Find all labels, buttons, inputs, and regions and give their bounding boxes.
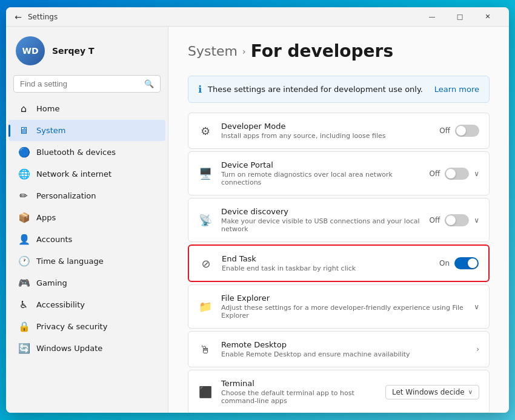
avatar: WD	[16, 36, 45, 65]
breadcrumb-arrow: ›	[242, 47, 246, 56]
sidebar-item-accounts[interactable]: 👤 Accounts	[8, 229, 165, 250]
developer-mode-card: ⚙️ Developer Mode Install apps from any …	[188, 113, 490, 149]
sidebar-item-personalization-label: Personalization	[36, 191, 96, 200]
remote-desktop-control: ›	[476, 345, 479, 353]
device-discovery-chevron[interactable]: ∨	[474, 216, 479, 225]
sidebar-item-gaming-label: Gaming	[36, 278, 67, 287]
search-input[interactable]	[20, 79, 139, 88]
sidebar-item-system[interactable]: 🖥 System	[8, 120, 165, 141]
learn-more-link[interactable]: Learn more	[434, 85, 479, 94]
device-discovery-toggle-label: Off	[429, 216, 440, 225]
developer-mode-toggle[interactable]	[455, 125, 479, 137]
sidebar-item-bluetooth-label: Bluetooth & devices	[36, 148, 116, 157]
remote-desktop-icon: 🖱	[198, 343, 213, 356]
file-explorer-control: ∨	[474, 303, 479, 311]
terminal-dropdown[interactable]: Let Windows decide ∨	[385, 385, 479, 399]
sidebar-item-apps[interactable]: 📦 Apps	[8, 207, 165, 228]
device-portal-desc: Turn on remote diagnostics over local ar…	[221, 171, 420, 186]
sidebar-item-accounts-label: Accounts	[36, 235, 72, 244]
minimize-button[interactable]: —	[418, 7, 446, 27]
terminal-title: Terminal	[221, 379, 377, 388]
remote-desktop-row: 🖱 Remote Desktop Enable Remote Desktop a…	[188, 332, 489, 367]
sidebar-item-update-label: Windows Update	[36, 344, 102, 353]
device-portal-toggle[interactable]	[445, 168, 469, 180]
sidebar: WD Serqey T 🔍 ⌂ Home	[6, 27, 168, 413]
accessibility-icon: ♿	[18, 299, 29, 310]
system-icon: 🖥	[18, 125, 29, 136]
sidebar-item-system-label: System	[36, 126, 65, 135]
device-discovery-control: Off ∨	[429, 214, 479, 226]
content-area: System › For developers ℹ These settings…	[168, 27, 509, 413]
gaming-icon: 🎮	[18, 277, 29, 289]
sidebar-item-gaming[interactable]: 🎮 Gaming	[8, 272, 165, 294]
sidebar-item-home-label: Home	[36, 104, 59, 113]
end-task-title: End Task	[222, 254, 431, 263]
end-task-toggle[interactable]	[454, 257, 479, 269]
privacy-icon: 🔒	[18, 321, 29, 332]
sidebar-item-bluetooth[interactable]: 🔵 Bluetooth & devices	[8, 142, 165, 163]
file-explorer-row: 📁 File Explorer Adjust these settings fo…	[188, 285, 489, 328]
end-task-desc: Enable end task in taskbar by right clic…	[222, 264, 431, 272]
file-explorer-desc: Adjust these settings for a more develop…	[221, 304, 465, 320]
active-indicator	[8, 125, 10, 137]
terminal-icon: ⬛	[198, 386, 213, 398]
developer-mode-control: Off	[439, 125, 479, 137]
sidebar-item-accessibility[interactable]: ♿ Accessibility	[8, 294, 165, 315]
sidebar-item-update[interactable]: 🔄 Windows Update	[8, 338, 165, 359]
window-controls: — □ ✕	[418, 7, 502, 27]
end-task-control: On	[439, 257, 479, 269]
end-task-icon: ⊘	[199, 257, 213, 270]
search-icon: 🔍	[144, 79, 154, 88]
sidebar-item-apps-label: Apps	[36, 213, 56, 222]
sidebar-item-time-label: Time & language	[36, 257, 104, 266]
update-icon: 🔄	[18, 343, 29, 354]
end-task-card: ⊘ End Task Enable end task in taskbar by…	[188, 244, 490, 282]
back-button[interactable]: ←	[13, 12, 23, 22]
close-button[interactable]: ✕	[474, 7, 502, 27]
sidebar-item-home[interactable]: ⌂ Home	[8, 98, 165, 119]
end-task-row: ⊘ End Task Enable end task in taskbar by…	[189, 246, 488, 281]
device-discovery-row: 📡 Device discovery Make your device visi…	[188, 199, 489, 241]
device-portal-toggle-label: Off	[429, 169, 440, 178]
sidebar-item-personalization[interactable]: ✏️ Personalization	[8, 185, 165, 206]
device-portal-icon: 🖥️	[198, 167, 213, 180]
info-banner: ℹ These settings are intended for develo…	[188, 76, 490, 103]
device-discovery-card: 📡 Device discovery Make your device visi…	[188, 198, 490, 242]
maximize-button[interactable]: □	[446, 7, 474, 27]
remote-desktop-arrow[interactable]: ›	[476, 345, 479, 353]
sidebar-item-network[interactable]: 🌐 Network & internet	[8, 163, 165, 185]
file-explorer-chevron[interactable]: ∨	[474, 303, 479, 311]
device-discovery-toggle[interactable]	[445, 214, 469, 226]
terminal-dropdown-chevron: ∨	[468, 389, 473, 395]
device-portal-title: Device Portal	[221, 160, 420, 169]
breadcrumb: System › For developers	[188, 41, 490, 61]
sidebar-item-privacy[interactable]: 🔒 Privacy & security	[8, 316, 165, 337]
device-discovery-desc: Make your device visible to USB connecti…	[221, 217, 420, 233]
device-portal-control: Off ∨	[429, 168, 479, 180]
search-box[interactable]: 🔍	[13, 75, 161, 93]
terminal-desc: Choose the default terminal app to host …	[221, 389, 377, 405]
info-text: These settings are intended for developm…	[208, 85, 428, 94]
developer-mode-icon: ⚙️	[198, 125, 213, 137]
terminal-card: ⬛ Terminal Choose the default terminal a…	[188, 370, 490, 413]
titlebar: ← Settings — □ ✕	[6, 7, 509, 27]
file-explorer-icon: 📁	[198, 300, 213, 313]
device-portal-chevron[interactable]: ∨	[474, 169, 479, 178]
accounts-icon: 👤	[18, 234, 29, 245]
window-title: Settings	[28, 13, 418, 21]
sidebar-item-privacy-label: Privacy & security	[36, 322, 107, 331]
sidebar-item-time[interactable]: 🕐 Time & language	[8, 251, 165, 272]
developer-mode-row: ⚙️ Developer Mode Install apps from any …	[188, 113, 489, 148]
terminal-row: ⬛ Terminal Choose the default terminal a…	[188, 370, 489, 413]
terminal-dropdown-value: Let Windows decide	[392, 388, 465, 396]
main-layout: WD Serqey T 🔍 ⌂ Home	[6, 27, 509, 413]
developer-mode-desc: Install apps from any source, including …	[221, 132, 431, 140]
file-explorer-card: 📁 File Explorer Adjust these settings fo…	[188, 284, 490, 329]
remote-desktop-card: 🖱 Remote Desktop Enable Remote Desktop a…	[188, 331, 490, 367]
home-icon: ⌂	[18, 103, 29, 114]
remote-desktop-desc: Enable Remote Desktop and ensure machine…	[221, 350, 468, 358]
network-icon: 🌐	[18, 168, 29, 180]
sidebar-item-accessibility-label: Accessibility	[36, 300, 85, 309]
personalization-icon: ✏️	[18, 190, 29, 202]
end-task-toggle-label: On	[439, 259, 450, 267]
